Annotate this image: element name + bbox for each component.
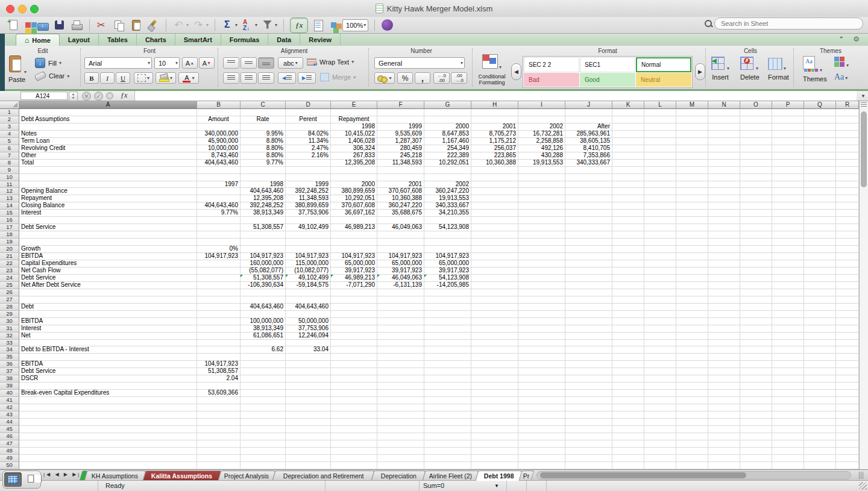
cell-O5[interactable] bbox=[740, 138, 772, 145]
cell-K27[interactable] bbox=[612, 296, 644, 304]
cell-E48[interactable] bbox=[331, 448, 377, 455]
cell-A32[interactable]: Net bbox=[19, 333, 197, 340]
cell-G42[interactable] bbox=[424, 404, 471, 411]
cell-A8[interactable]: Total bbox=[19, 160, 197, 167]
cell-C31[interactable]: 38,913,349 bbox=[241, 325, 286, 333]
cell-P42[interactable] bbox=[772, 404, 804, 411]
cell-E6[interactable]: 306,324 bbox=[331, 145, 377, 152]
cell-B38[interactable]: 2.04 bbox=[197, 375, 241, 383]
cell-P34[interactable] bbox=[772, 346, 804, 354]
cell-A29[interactable] bbox=[19, 311, 197, 318]
cell-E13[interactable]: 10,292,051 bbox=[331, 195, 377, 202]
cell-I33[interactable] bbox=[518, 340, 565, 347]
cell-A28[interactable]: Debt bbox=[19, 304, 197, 311]
cell-E5[interactable]: 1,406,028 bbox=[331, 138, 377, 145]
cell-C20[interactable] bbox=[241, 246, 286, 253]
cell-I44[interactable] bbox=[518, 419, 565, 426]
cell-M14[interactable] bbox=[676, 202, 708, 210]
cell-L31[interactable] bbox=[644, 325, 676, 333]
cell-R43[interactable] bbox=[836, 411, 859, 419]
cell-L46[interactable] bbox=[644, 433, 676, 440]
cell-E3[interactable]: 1998 bbox=[331, 124, 377, 131]
align-middle-button[interactable] bbox=[241, 57, 257, 69]
cell-B45[interactable] bbox=[197, 426, 241, 433]
cell-E44[interactable] bbox=[331, 419, 377, 426]
cell-G48[interactable] bbox=[424, 448, 471, 455]
column-header-L[interactable]: L bbox=[644, 101, 676, 109]
cell-R36[interactable] bbox=[836, 361, 859, 368]
cell-L20[interactable] bbox=[644, 246, 676, 253]
cell-L34[interactable] bbox=[644, 346, 676, 354]
cell-E41[interactable] bbox=[331, 397, 377, 404]
cell-J17[interactable] bbox=[565, 224, 612, 231]
cell-F40[interactable] bbox=[377, 390, 424, 397]
column-header-H[interactable]: H bbox=[471, 101, 518, 109]
cell-M37[interactable] bbox=[676, 368, 708, 375]
cell-F33[interactable] bbox=[377, 340, 424, 347]
column-header-A[interactable]: A bbox=[19, 101, 197, 109]
cell-L13[interactable] bbox=[644, 195, 676, 202]
cell-C32[interactable]: 61,086,651 bbox=[241, 333, 286, 340]
cell-A1[interactable] bbox=[19, 109, 197, 116]
cell-style-neutral[interactable]: Neutral bbox=[636, 73, 691, 87]
cell-D2[interactable]: Perent bbox=[286, 116, 331, 124]
cell-R2[interactable] bbox=[836, 116, 859, 124]
cell-E16[interactable] bbox=[331, 217, 377, 224]
row-header[interactable]: 8 bbox=[0, 160, 19, 167]
cell-O36[interactable] bbox=[740, 361, 772, 368]
cell-A41[interactable] bbox=[19, 397, 197, 404]
cell-F15[interactable]: 35,688,675 bbox=[377, 210, 424, 217]
row-header[interactable]: 50 bbox=[0, 462, 19, 469]
cell-E32[interactable] bbox=[331, 333, 377, 340]
cell-O12[interactable] bbox=[740, 188, 772, 195]
cell-G23[interactable]: 39,917,923 bbox=[424, 267, 471, 275]
cell-P25[interactable] bbox=[772, 282, 804, 289]
cell-J29[interactable] bbox=[565, 311, 612, 318]
cell-J34[interactable] bbox=[565, 346, 612, 354]
cell-N48[interactable] bbox=[708, 448, 740, 455]
cell-L44[interactable] bbox=[644, 419, 676, 426]
cell-H9[interactable] bbox=[471, 167, 518, 174]
cell-R22[interactable] bbox=[836, 260, 859, 267]
cell-A26[interactable] bbox=[19, 289, 197, 296]
cell-N9[interactable] bbox=[708, 167, 740, 174]
cell-O23[interactable] bbox=[740, 267, 772, 275]
cell-L23[interactable] bbox=[644, 267, 676, 275]
cell-N5[interactable] bbox=[708, 138, 740, 145]
cell-P14[interactable] bbox=[772, 202, 804, 210]
insert-dropdown-icon[interactable]: ▾ bbox=[727, 66, 729, 71]
cell-B8[interactable]: 404,643,460 bbox=[197, 160, 241, 167]
cell-G4[interactable]: 8,647,853 bbox=[424, 131, 471, 138]
cell-I9[interactable] bbox=[518, 167, 565, 174]
cell-K2[interactable] bbox=[612, 116, 644, 124]
cell-G31[interactable] bbox=[424, 325, 471, 333]
cell-P16[interactable] bbox=[772, 217, 804, 224]
cell-K39[interactable] bbox=[612, 383, 644, 390]
formula-bar-expand-icon[interactable]: ▼ bbox=[861, 93, 866, 99]
cell-K48[interactable] bbox=[612, 448, 644, 455]
cell-M12[interactable] bbox=[676, 188, 708, 195]
cell-L36[interactable] bbox=[644, 361, 676, 368]
row-header[interactable]: 49 bbox=[0, 455, 19, 462]
cell-H17[interactable] bbox=[471, 224, 518, 231]
cell-O26[interactable] bbox=[740, 289, 772, 296]
fill-button[interactable]: ↓Fill▾ bbox=[35, 58, 61, 68]
cell-C27[interactable] bbox=[241, 296, 286, 304]
cell-Q17[interactable] bbox=[804, 224, 836, 231]
cell-L7[interactable] bbox=[644, 152, 676, 160]
cell-B35[interactable] bbox=[197, 354, 241, 361]
cell-P43[interactable] bbox=[772, 411, 804, 419]
cell-C8[interactable]: 9.77% bbox=[241, 160, 286, 167]
cell-L28[interactable] bbox=[644, 304, 676, 311]
cell-A5[interactable]: Term Loan bbox=[19, 138, 197, 145]
cell-R38[interactable] bbox=[836, 375, 859, 383]
cell-I3[interactable]: 2002 bbox=[518, 124, 565, 131]
cell-A37[interactable]: Debt Service bbox=[19, 368, 197, 375]
cell-M42[interactable] bbox=[676, 404, 708, 411]
cell-M3[interactable] bbox=[676, 124, 708, 131]
column-header-C[interactable]: C bbox=[241, 101, 286, 109]
cell-E18[interactable] bbox=[331, 231, 377, 239]
cell-E4[interactable]: 10,415,022 bbox=[331, 131, 377, 138]
row-header[interactable]: 27 bbox=[0, 296, 19, 304]
cell-L9[interactable] bbox=[644, 167, 676, 174]
